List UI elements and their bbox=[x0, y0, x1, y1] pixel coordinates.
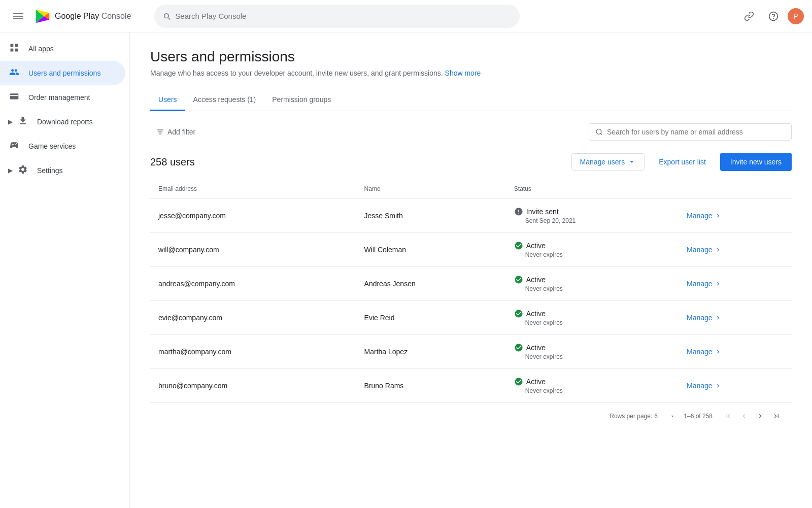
filter-icon bbox=[156, 128, 164, 136]
col-name: Name bbox=[356, 179, 506, 199]
cell-name: Evie Reid bbox=[356, 301, 506, 335]
cell-name: Andreas Jensen bbox=[356, 267, 506, 301]
help-button[interactable] bbox=[763, 6, 784, 26]
users-permissions-icon bbox=[8, 67, 20, 80]
sidebar-label-all-apps: All apps bbox=[28, 45, 54, 53]
sidebar-item-all-apps[interactable]: All apps bbox=[0, 37, 125, 61]
settings-expand: ▶ bbox=[8, 167, 13, 174]
users-header-row: 258 users Manage users Export user list … bbox=[150, 153, 792, 171]
users-table: Email address Name Status jesse@company.… bbox=[150, 179, 792, 403]
cell-email: jesse@company.com bbox=[150, 199, 356, 233]
cell-name: Will Coleman bbox=[356, 233, 506, 267]
tab-access-requests[interactable]: Access requests (1) bbox=[185, 89, 264, 111]
sidebar-item-game-services[interactable]: Game services bbox=[0, 134, 125, 158]
last-page-button[interactable] bbox=[769, 409, 784, 423]
download-reports-expand: ▶ bbox=[8, 118, 13, 125]
first-page-button[interactable] bbox=[721, 409, 735, 423]
order-management-icon bbox=[8, 91, 20, 104]
page-info: 1–6 of 258 bbox=[684, 413, 713, 420]
cell-manage: Manage bbox=[679, 233, 792, 267]
manage-link-4[interactable]: Manage bbox=[687, 348, 784, 356]
manage-link-0[interactable]: Manage bbox=[687, 212, 784, 220]
svg-point-8 bbox=[773, 18, 774, 18]
col-status: Status bbox=[506, 179, 679, 199]
link-button[interactable] bbox=[739, 6, 759, 26]
manage-link-3[interactable]: Manage bbox=[687, 314, 784, 322]
sidebar-label-settings: Settings bbox=[37, 166, 63, 175]
download-reports-icon bbox=[17, 116, 29, 128]
sidebar-item-order-management[interactable]: Order management bbox=[0, 85, 125, 110]
col-email: Email address bbox=[150, 179, 356, 199]
cell-status: Active Never expires bbox=[506, 369, 679, 403]
svg-rect-2 bbox=[13, 18, 23, 19]
tab-users[interactable]: Users bbox=[150, 89, 185, 111]
logo-area: Google Play Console bbox=[35, 8, 146, 24]
next-page-button[interactable] bbox=[753, 409, 767, 423]
export-user-list-button[interactable]: Export user list bbox=[651, 154, 714, 170]
main-content: Users and permissions Manage who has acc… bbox=[130, 32, 812, 508]
sidebar-label-download-reports: Download reports bbox=[37, 118, 93, 126]
svg-rect-10 bbox=[15, 44, 18, 47]
cell-email: will@company.com bbox=[150, 233, 356, 267]
logo-icon bbox=[35, 8, 51, 24]
game-services-icon bbox=[8, 140, 20, 153]
search-users-input[interactable] bbox=[607, 128, 785, 136]
manage-link-1[interactable]: Manage bbox=[687, 246, 784, 254]
page-title: Users and permissions bbox=[150, 49, 792, 65]
manage-users-chevron-icon bbox=[628, 158, 636, 166]
search-bar[interactable] bbox=[154, 5, 520, 28]
table-row: martha@company.com Martha Lopez Active N… bbox=[150, 335, 792, 369]
search-users-box[interactable] bbox=[589, 123, 792, 141]
cell-status: Invite sent Sent Sep 20, 2021 bbox=[506, 199, 679, 233]
tab-permission-groups[interactable]: Permission groups bbox=[264, 89, 339, 111]
sidebar-label-game-services: Game services bbox=[28, 142, 76, 150]
layout: All apps Users and permissions Order man… bbox=[0, 32, 812, 508]
sidebar-item-settings[interactable]: ▶ Settings bbox=[0, 158, 125, 183]
svg-rect-9 bbox=[11, 44, 14, 47]
settings-icon bbox=[17, 164, 29, 177]
cell-manage: Manage bbox=[679, 267, 792, 301]
table-row: evie@company.com Evie Reid Active Never … bbox=[150, 301, 792, 335]
manage-link-2[interactable]: Manage bbox=[687, 280, 784, 288]
svg-line-19 bbox=[600, 133, 602, 135]
add-filter-button[interactable]: Add filter bbox=[150, 125, 201, 139]
global-search-input[interactable] bbox=[175, 12, 512, 20]
prev-page-button[interactable] bbox=[737, 409, 751, 423]
cell-manage: Manage bbox=[679, 199, 792, 233]
cell-status: Active Never expires bbox=[506, 267, 679, 301]
menu-button[interactable] bbox=[8, 6, 28, 26]
cell-status: Active Never expires bbox=[506, 335, 679, 369]
cell-email: bruno@company.com bbox=[150, 369, 356, 403]
svg-rect-0 bbox=[13, 13, 23, 14]
rows-select-chevron bbox=[669, 413, 675, 419]
table-row: will@company.com Will Coleman Active Nev… bbox=[150, 233, 792, 267]
invite-new-users-button[interactable]: Invite new users bbox=[720, 153, 792, 171]
cell-email: evie@company.com bbox=[150, 301, 356, 335]
cell-email: martha@company.com bbox=[150, 335, 356, 369]
user-avatar[interactable]: P bbox=[788, 8, 804, 24]
pagination-buttons bbox=[721, 409, 784, 423]
sidebar-label-order-management: Order management bbox=[28, 93, 90, 101]
svg-rect-11 bbox=[11, 48, 14, 51]
sidebar-item-download-reports[interactable]: ▶ Download reports bbox=[0, 110, 125, 134]
header-actions: P bbox=[739, 6, 804, 26]
rows-per-page-select[interactable]: 6 12 25 bbox=[654, 413, 667, 420]
cell-name: Jesse Smith bbox=[356, 199, 506, 233]
sidebar: All apps Users and permissions Order man… bbox=[0, 32, 130, 508]
cell-manage: Manage bbox=[679, 369, 792, 403]
pagination-row: Rows per page: 6 12 25 1–6 of 258 bbox=[150, 403, 792, 429]
logo-text: Google Play Console bbox=[55, 12, 131, 21]
table-row: andreas@company.com Andreas Jensen Activ… bbox=[150, 267, 792, 301]
cell-name: Bruno Rams bbox=[356, 369, 506, 403]
sidebar-item-users-permissions[interactable]: Users and permissions bbox=[0, 61, 125, 85]
show-more-link[interactable]: Show more bbox=[445, 69, 481, 77]
all-apps-icon bbox=[8, 43, 20, 55]
manage-link-5[interactable]: Manage bbox=[687, 382, 784, 390]
cell-manage: Manage bbox=[679, 335, 792, 369]
page-subtitle: Manage who has access to your developer … bbox=[150, 69, 792, 77]
cell-manage: Manage bbox=[679, 301, 792, 335]
svg-point-18 bbox=[596, 129, 601, 134]
manage-users-button[interactable]: Manage users bbox=[571, 153, 645, 171]
users-actions: Manage users Export user list Invite new… bbox=[571, 153, 792, 171]
table-row: jesse@company.com Jesse Smith Invite sen… bbox=[150, 199, 792, 233]
